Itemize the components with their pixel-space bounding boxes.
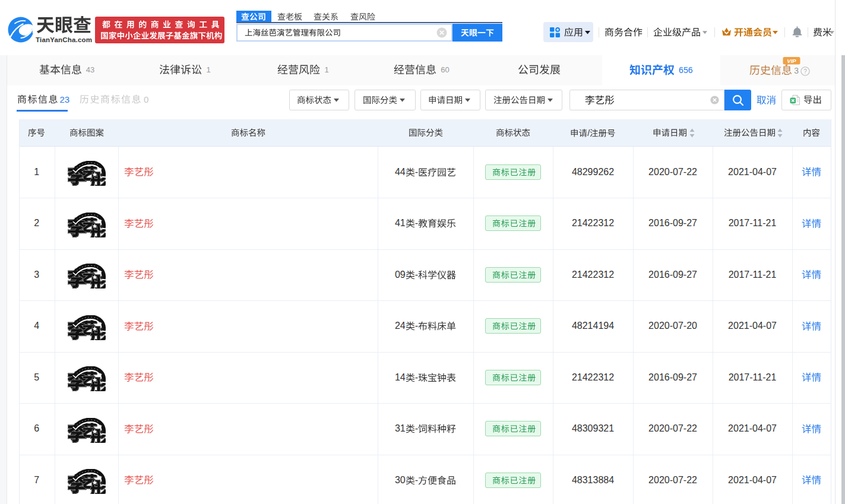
svg-text:?: ? — [804, 68, 808, 74]
svg-text:VIP: VIP — [787, 58, 797, 64]
